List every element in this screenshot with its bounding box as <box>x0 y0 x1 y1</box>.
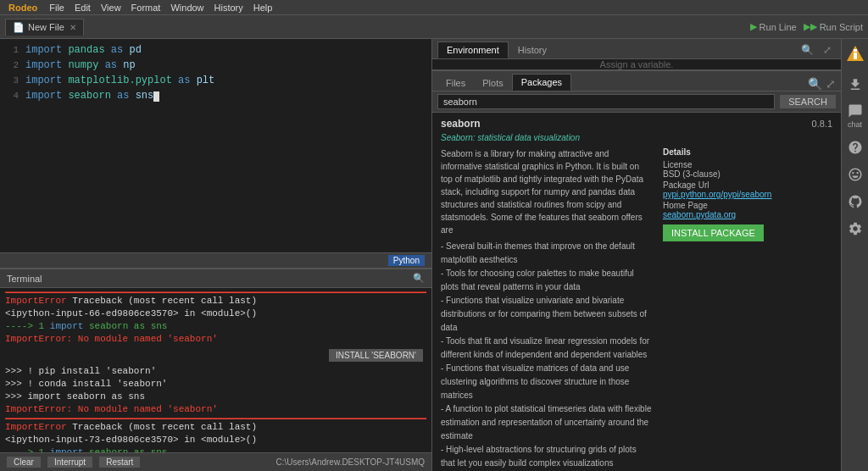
menu-bar: Rodeo File Edit View Format Window Histo… <box>0 0 868 15</box>
chat-svg <box>848 103 863 119</box>
env-search-area: 🔍 ⤢ <box>798 42 836 58</box>
packages-expand-icon[interactable]: ⤢ <box>826 77 836 91</box>
terminal-line: ImportError Traceback (most recent call … <box>5 295 426 308</box>
install-svg <box>848 77 863 92</box>
editor-tab[interactable]: 📄 New File ✕ <box>5 19 84 36</box>
install-seaborn-button-1[interactable]: INSTALL 'SEABORN' <box>329 349 423 362</box>
line-code: import matplotlib.pyplot as plt <box>25 73 214 88</box>
menu-history[interactable]: History <box>214 3 243 13</box>
package-details: Details License BSD (3-clause) Package U… <box>663 147 832 470</box>
settings-icon[interactable] <box>843 217 867 241</box>
line-number: 2 <box>0 58 25 73</box>
svg-rect-2 <box>854 49 857 52</box>
pkg-url-link[interactable]: pypi.python.org/pypi/seaborn <box>663 190 771 199</box>
feature-item: - Functions that visualize matrices of d… <box>441 362 653 402</box>
github-svg <box>848 194 863 209</box>
language-badge: Python <box>388 255 425 266</box>
terminal-line: <ipython-input-73-ed9806ce3570> in <modu… <box>5 434 426 446</box>
details-title: Details <box>663 147 832 157</box>
line-code: import pandas as pd <box>25 42 142 58</box>
right-sidebar: chat <box>841 39 868 471</box>
env-expand-icon[interactable]: ⤢ <box>819 42 836 58</box>
code-editor[interactable]: 1 import pandas as pd 2 import numpy as … <box>0 39 431 252</box>
editor-line: 4 import seaborn as sns <box>0 88 431 103</box>
docs-svg <box>848 140 863 155</box>
packages-search-button[interactable]: SEARCH <box>780 95 836 108</box>
new-file-icon: 📄 <box>13 22 25 33</box>
package-description: Seaborn is a library for making attracti… <box>441 147 653 470</box>
terminal-search-icon[interactable]: 🔍 <box>413 273 425 284</box>
feedback-svg <box>848 167 863 182</box>
menu-view[interactable]: View <box>101 3 121 13</box>
license-row: License BSD (3-clause) <box>663 160 832 179</box>
home-row: Home Page seaborn.pydata.org <box>663 201 832 219</box>
chat-icon[interactable]: chat <box>843 100 867 132</box>
editor-line: 1 import pandas as pd <box>0 42 431 58</box>
editor-line: 3 import matplotlib.pyplot as plt <box>0 73 431 88</box>
env-empty-text: Assign a variable. <box>600 59 674 69</box>
menu-file[interactable]: File <box>49 3 64 13</box>
menu-format[interactable]: Format <box>131 3 161 13</box>
tab-environment[interactable]: Environment <box>437 42 509 58</box>
github-icon[interactable] <box>843 190 867 213</box>
menu-edit[interactable]: Edit <box>75 3 91 13</box>
tab-files[interactable]: Files <box>437 75 474 91</box>
run-script-icon: ▶▶ <box>804 21 817 32</box>
feature-item: - A function to plot statistical timeser… <box>441 402 653 443</box>
packages-tabs: Files Plots Packages 🔍 ⤢ <box>432 71 841 91</box>
feedback-icon[interactable] <box>843 163 867 186</box>
package-name: seaborn <box>441 118 481 130</box>
terminal-path: C:\Users\Andrew.DESKTOP-JT4USMQ <box>276 457 425 467</box>
tab-plots[interactable]: Plots <box>474 75 511 91</box>
environment-panel: Environment History 🔍 ⤢ Assign a variabl… <box>432 39 841 71</box>
env-content-empty: Assign a variable. <box>432 59 841 69</box>
tab-close[interactable]: ✕ <box>70 23 76 32</box>
pkg-url-label: Package Url <box>663 180 709 190</box>
svg-rect-1 <box>854 53 857 59</box>
tab-packages[interactable]: Packages <box>512 74 571 91</box>
terminal-line: ----> 1 import seaborn as sns <box>5 446 426 452</box>
chat-label: chat <box>848 120 862 129</box>
home-url-link[interactable]: seaborn.pydata.org <box>663 210 736 219</box>
feature-item: - Several built-in themes that improve o… <box>441 240 653 267</box>
package-desc-text: Seaborn is a library for making attracti… <box>441 147 653 236</box>
interrupt-button[interactable]: Interrupt <box>47 457 92 468</box>
logo-svg <box>845 44 865 64</box>
line-number: 3 <box>0 73 25 88</box>
run-script-button[interactable]: ▶▶ Run Script <box>804 21 863 32</box>
terminal-line: ImportError: No module named 'seaborn' <box>5 333 426 346</box>
clear-button[interactable]: Clear <box>7 457 41 468</box>
menu-window[interactable]: Window <box>170 3 203 13</box>
env-search-icon[interactable]: 🔍 <box>798 42 815 58</box>
packages-search-row: SEARCH <box>432 91 841 113</box>
install-icon[interactable] <box>843 73 867 97</box>
run-line-button[interactable]: ▶ Run Line <box>750 21 797 32</box>
feature-item: - Functions that visualize univariate an… <box>441 294 653 335</box>
menu-help[interactable]: Help <box>253 3 273 13</box>
license-value: BSD (3-clause) <box>663 169 721 179</box>
pkg-url-row: Package Url pypi.python.org/pypi/seaborn <box>663 180 832 199</box>
line-code: import numpy as np <box>25 58 136 73</box>
terminal-content[interactable]: ImportError Traceback (most recent call … <box>0 288 431 452</box>
packages-search-input[interactable] <box>437 94 775 109</box>
packages-panel: Files Plots Packages 🔍 ⤢ SEARCH seaborn … <box>432 71 841 471</box>
feature-item: - Tools that fit and visualize linear re… <box>441 335 653 362</box>
license-label: License <box>663 160 692 169</box>
terminal-line: ImportError: No module named 'seaborn' <box>5 403 426 416</box>
restart-button[interactable]: Restart <box>99 457 140 468</box>
feature-item: - High-level abstractions for structurin… <box>441 443 653 470</box>
package-result-seaborn: seaborn 0.8.1 Seaborn: statistical data … <box>432 113 841 471</box>
home-label: Home Page <box>663 201 708 210</box>
docs-icon[interactable] <box>843 136 867 159</box>
terminal-line: >>> ! pip install 'seaborn' <box>5 365 426 378</box>
tab-history[interactable]: History <box>509 42 556 58</box>
feature-item: - Tools for choosing color palettes to m… <box>441 267 653 294</box>
terminal-line: >>> import seaborn as sns <box>5 391 426 403</box>
run-script-label: Run Script <box>820 22 863 32</box>
install-package-button[interactable]: INSTALL PACKAGE <box>663 224 764 241</box>
terminal-panel: Terminal 🔍 ImportError Traceback (most r… <box>0 268 431 471</box>
settings-svg <box>848 221 863 236</box>
packages-search-icon[interactable]: 🔍 <box>808 77 822 91</box>
toolbar: 📄 New File ✕ ▶ Run Line ▶▶ Run Script <box>0 15 868 39</box>
package-subtitle: Seaborn: statistical data visualization <box>441 133 832 142</box>
